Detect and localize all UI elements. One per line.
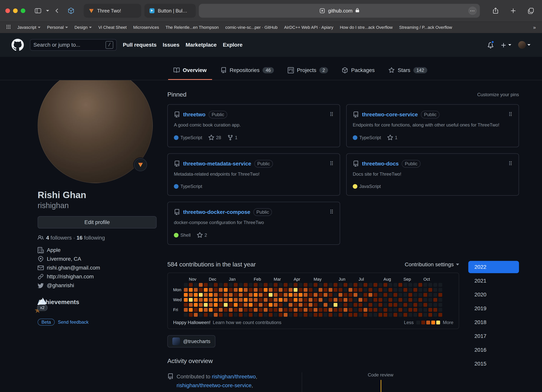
bookmark-item[interactable]: Design [75, 25, 92, 30]
year-2022[interactable]: 2022 [468, 261, 519, 273]
bookmark-item[interactable]: Microservices [133, 25, 159, 30]
star-count[interactable]: 28 [208, 135, 221, 141]
followers-line[interactable]: 4 followers · 16 following [38, 234, 157, 241]
profile-tab-packages[interactable]: Packages [336, 61, 380, 80]
address-bar[interactable]: github.com ⋯ [199, 4, 480, 18]
back-button[interactable] [51, 5, 63, 16]
header-nav-marketplace[interactable]: Marketplace [186, 42, 217, 48]
bookmark-item[interactable]: Javascript [17, 25, 40, 30]
contribution-cell [353, 283, 357, 287]
create-new-button[interactable] [501, 41, 511, 49]
customize-pins-link[interactable]: Customize your pins [477, 92, 519, 97]
profile-detail-twitter[interactable]: @ghanrishi [38, 282, 157, 289]
notifications-bell-icon[interactable] [488, 41, 494, 49]
drag-grabber-icon[interactable]: ⠿ [330, 209, 334, 215]
browser-tab-threetwo[interactable]: Three Two! [84, 4, 141, 18]
repo-link[interactable]: threetwo-docker-compose [183, 209, 250, 215]
contribution-cell [184, 288, 188, 292]
year-2021[interactable]: 2021 [468, 275, 519, 287]
bookmark-item[interactable]: How do I stre...ack Overflow [340, 25, 393, 30]
address-url: github.com [328, 8, 352, 14]
year-2015[interactable]: 2015 [468, 358, 519, 370]
github-logo[interactable] [11, 39, 24, 51]
year-2020[interactable]: 2020 [468, 289, 519, 301]
profile-tab-overview[interactable]: Overview [168, 61, 212, 80]
year-2019[interactable]: 2019 [468, 302, 519, 315]
contribution-cell [353, 298, 357, 302]
page-settings-button[interactable]: ⋯ [468, 6, 477, 15]
bookmark-item[interactable]: Vi Cheat Sheet [98, 25, 127, 30]
repo-language: TypeScript [174, 135, 202, 140]
contribution-cell [369, 288, 372, 292]
contributed-repo-link[interactable]: rishighan/threetwo-core-service [177, 382, 252, 388]
contributed-repo-link[interactable]: rishighan/threetwo-metadata-service [177, 391, 264, 392]
tab-overview-icon[interactable] [525, 5, 537, 16]
profile-tab-projects[interactable]: Projects2 [282, 61, 334, 80]
window-zoom-button[interactable] [21, 8, 25, 13]
bookmarks-overflow-chevron[interactable]: » [533, 25, 536, 31]
year-2017[interactable]: 2017 [468, 330, 519, 342]
count-info-link[interactable]: Learn how we count contributions [213, 320, 282, 325]
profile-detail-mail[interactable]: rishi.ghan@gmail.com [38, 265, 157, 271]
star-count[interactable]: 1 [387, 135, 397, 141]
star-count[interactable]: 2 [197, 232, 207, 238]
share-icon[interactable] [490, 5, 501, 16]
edit-profile-button[interactable]: Edit profile [38, 216, 157, 229]
repo-icon [167, 373, 173, 380]
contribution-cell [398, 293, 402, 297]
user-avatar-menu[interactable] [518, 41, 531, 49]
header-nav-explore[interactable]: Explore [223, 42, 243, 48]
cube-icon[interactable] [65, 5, 77, 16]
drag-grabber-icon[interactable]: ⠿ [508, 161, 512, 166]
contribution-cell [418, 293, 422, 297]
profile-tab-stars[interactable]: Stars142 [383, 61, 432, 80]
fork-count[interactable]: 1 [227, 135, 237, 141]
contribution-cell [369, 298, 372, 302]
sidebar-toggle-icon[interactable] [32, 5, 44, 16]
header-nav-issues[interactable]: Issues [163, 42, 179, 48]
contribution-cell [314, 298, 317, 302]
browser-tab-bulma[interactable]: Button | Bulma: F... [144, 4, 196, 18]
contribution-cell [369, 303, 372, 307]
drag-grabber-icon[interactable]: ⠿ [330, 112, 334, 117]
send-feedback-link[interactable]: Send feedback [58, 319, 88, 325]
repo-link[interactable]: threetwo-docs [362, 161, 399, 167]
profile-avatar[interactable] [38, 80, 153, 183]
repo-link[interactable]: threetwo-core-service [362, 112, 418, 118]
contribution-cell [344, 298, 347, 302]
contribution-cell [189, 303, 193, 307]
drag-grabber-icon[interactable]: ⠿ [330, 161, 334, 166]
repo-description: docker-compose configuration for ThreeTw… [174, 219, 334, 226]
chevron-down-icon[interactable] [46, 10, 49, 11]
apps-grid-icon[interactable] [6, 25, 11, 30]
bookmark-item[interactable]: AirDC++ Web API · Apiary [284, 25, 333, 30]
header-nav-pull-requests[interactable]: Pull requests [123, 42, 157, 48]
contribution-cell [189, 308, 193, 312]
window-minimize-button[interactable] [13, 8, 18, 13]
contribution-settings-dropdown[interactable]: Contribution settings [405, 261, 459, 268]
bookmark-item[interactable]: Personal [47, 25, 68, 30]
repo-link[interactable]: threetwo-metadata-service [183, 161, 251, 167]
bookmark-item[interactable]: Streaming / P...ack Overflow [399, 25, 452, 30]
profile-detail-link[interactable]: http://rishighan.com [38, 273, 157, 280]
halloween-link[interactable]: Happy Halloween! [173, 320, 211, 325]
status-emoji-badge[interactable] [134, 158, 147, 171]
year-2018[interactable]: 2018 [468, 316, 519, 328]
bookmark-item[interactable]: The Relentle...en Thompson [165, 25, 219, 30]
contribution-cell [284, 288, 287, 292]
repo-link[interactable]: threetwo [183, 112, 206, 118]
contribution-cell [309, 313, 312, 317]
window-close-button[interactable] [5, 8, 10, 13]
contribution-cell [393, 308, 397, 312]
new-tab-icon[interactable] [507, 5, 519, 16]
contributed-repo-link[interactable]: rishighan/threetwo [212, 374, 256, 380]
year-2016[interactable]: 2016 [468, 344, 519, 356]
search-input[interactable] [33, 42, 103, 48]
contribution-cell [279, 313, 282, 317]
org-filter-truecharts[interactable]: @truecharts [167, 335, 215, 348]
drag-grabber-icon[interactable]: ⠿ [508, 112, 512, 117]
bookmark-item[interactable]: comic-vine-sc...per · GitHub [225, 25, 278, 30]
contribution-cell [379, 313, 382, 317]
profile-tab-repositories[interactable]: Repositories46 [215, 61, 279, 80]
week-column [269, 283, 272, 317]
